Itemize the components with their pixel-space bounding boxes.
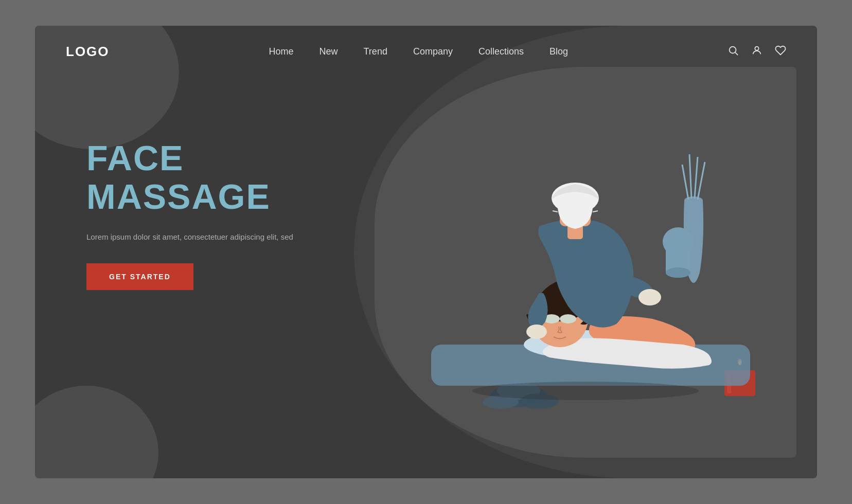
hero-title-line1: FACE	[86, 138, 184, 177]
svg-point-27	[526, 325, 547, 339]
page-wrapper: LOGO Home New Trend Company Collections …	[35, 26, 817, 478]
nav-item-blog[interactable]: Blog	[549, 46, 568, 57]
svg-line-31	[593, 211, 598, 212]
svg-line-1	[735, 52, 738, 55]
header-icons	[727, 45, 786, 58]
hero-title-line2: MASSAGE	[86, 177, 271, 216]
nav: Home New Trend Company Collections Blog	[269, 46, 569, 57]
svg-point-15	[666, 267, 690, 278]
svg-line-9	[689, 154, 691, 199]
svg-line-11	[698, 162, 705, 200]
nav-item-company[interactable]: Company	[413, 46, 453, 57]
nav-item-home[interactable]: Home	[269, 46, 294, 57]
nav-item-new[interactable]: New	[319, 46, 338, 57]
svg-line-8	[682, 165, 688, 200]
hero-section: FACE MASSAGE Lorem ipsum dolor sit amet,…	[35, 77, 817, 478]
svg-point-0	[730, 47, 736, 53]
user-icon[interactable]	[751, 45, 762, 58]
svg-point-25	[560, 314, 576, 323]
hero-text: FACE MASSAGE Lorem ipsum dolor sit amet,…	[86, 108, 333, 290]
illustration-svg	[364, 98, 766, 458]
hero-illustration	[333, 108, 786, 478]
svg-line-10	[695, 157, 698, 199]
hero-title: FACE MASSAGE	[86, 139, 333, 216]
logo: LOGO	[66, 44, 110, 60]
cta-button[interactable]: GET STARTED	[86, 263, 193, 290]
svg-point-2	[755, 47, 758, 50]
svg-line-30	[553, 211, 558, 212]
nav-item-collections[interactable]: Collections	[478, 46, 524, 57]
search-icon[interactable]	[727, 45, 739, 58]
header: LOGO Home New Trend Company Collections …	[35, 26, 817, 77]
svg-point-35	[472, 382, 699, 400]
hero-subtitle: Lorem ipsum dolor sit amet, consectetuer…	[86, 231, 333, 243]
nav-item-trend[interactable]: Trend	[364, 46, 387, 57]
heart-icon[interactable]	[775, 45, 786, 58]
